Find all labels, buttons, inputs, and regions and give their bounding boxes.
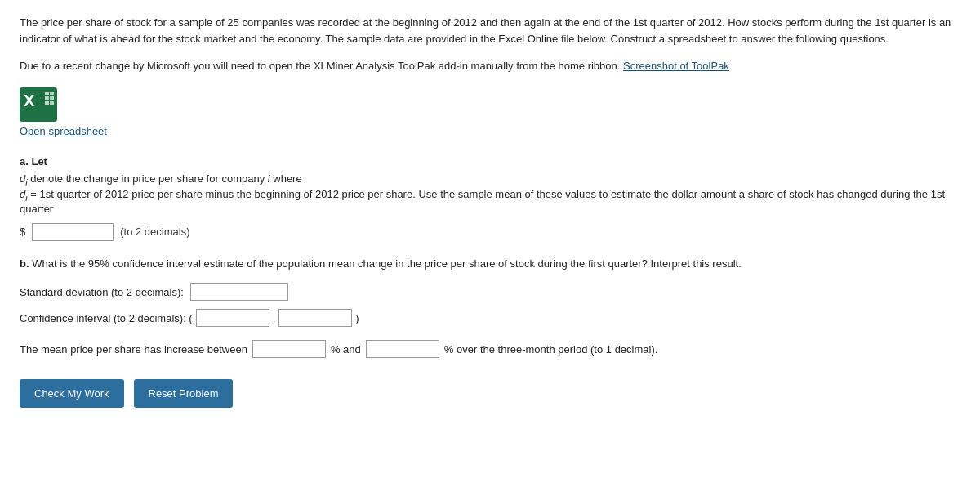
toolpak-link[interactable]: Screenshot of ToolPak — [623, 60, 729, 72]
intro-paragraph: The price per share of stock for a sampl… — [20, 15, 960, 47]
increase-lower-input[interactable] — [252, 340, 326, 358]
excel-x-letter: X — [24, 92, 34, 110]
section-a-line2: di = 1st quarter of 2012 price per share… — [20, 188, 960, 215]
increase-pct-after: % over the three-month period (to 1 deci… — [444, 343, 658, 356]
di-var: di denote the change in price per share … — [20, 172, 302, 185]
increase-before-text: The mean price per share has increase be… — [20, 343, 247, 356]
conf-interval-lower-input[interactable] — [196, 309, 270, 327]
std-dev-input[interactable] — [190, 283, 288, 301]
di-definition: di = 1st quarter of 2012 price per share… — [20, 188, 945, 215]
increase-row: The mean price per share has increase be… — [20, 340, 960, 358]
section-a: a. Let di denote the change in price per… — [20, 155, 960, 241]
reset-problem-button[interactable]: Reset Problem — [134, 379, 234, 408]
check-my-work-button[interactable]: Check My Work — [20, 379, 124, 408]
increase-pct-and: % and — [331, 343, 361, 356]
toolpak-notice-text: Due to a recent change by Microsoft you … — [20, 60, 620, 72]
dollar-sign: $ — [20, 226, 25, 238]
std-dev-row: Standard deviation (to 2 decimals): — [20, 283, 960, 301]
conf-interval-comma: , — [273, 312, 276, 324]
section-b-question-text: What is the 95% confidence interval esti… — [32, 257, 742, 270]
dollar-amount-input[interactable] — [32, 223, 114, 241]
conf-interval-close: ) — [355, 312, 359, 324]
section-a-label: a. Let — [20, 155, 960, 168]
open-spreadsheet-link[interactable]: Open spreadsheet — [20, 125, 107, 137]
conf-interval-upper-input[interactable] — [278, 309, 352, 327]
excel-icon[interactable]: X — [20, 87, 57, 122]
increase-upper-input[interactable] — [366, 340, 439, 358]
dollar-hint: (to 2 decimals) — [120, 226, 189, 238]
section-b-label: b. — [20, 257, 29, 270]
conf-interval-row: Confidence interval (to 2 decimals): ( ,… — [20, 309, 960, 327]
section-a-line1: di denote the change in price per share … — [20, 172, 960, 187]
conf-interval-label: Confidence interval (to 2 decimals): ( — [20, 312, 193, 324]
excel-section: X Open spreadsheet — [20, 87, 960, 150]
std-dev-label: Standard deviation (to 2 decimals): — [20, 286, 184, 298]
excel-grid — [45, 92, 54, 105]
buttons-row: Check My Work Reset Problem — [20, 379, 960, 408]
section-b-question: b. What is the 95% confidence interval e… — [20, 256, 960, 272]
toolpak-notice: Due to a recent change by Microsoft you … — [20, 58, 960, 74]
section-b: b. What is the 95% confidence interval e… — [20, 256, 960, 359]
dollar-input-row: $ (to 2 decimals) — [20, 223, 960, 241]
